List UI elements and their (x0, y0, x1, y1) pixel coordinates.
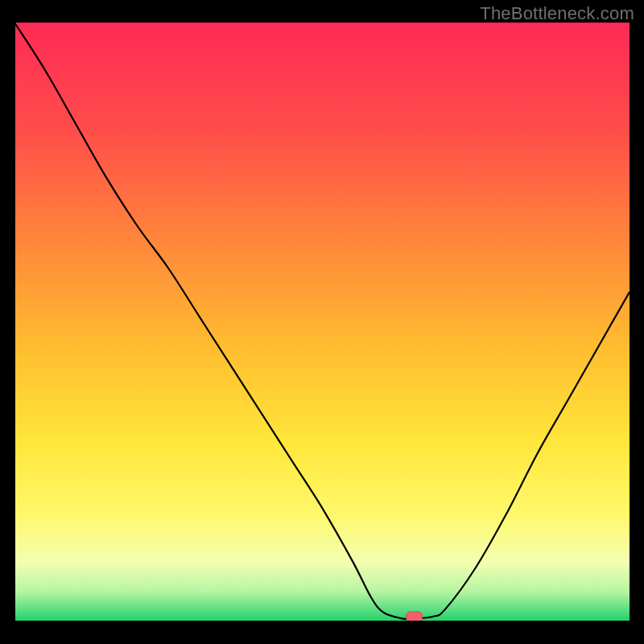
optimal-marker (407, 612, 423, 621)
x-axis-band (14, 621, 630, 630)
chart-container (14, 23, 630, 630)
chart-background (14, 23, 630, 621)
watermark-text: TheBottleneck.com (480, 3, 634, 24)
chart-svg (14, 23, 630, 630)
